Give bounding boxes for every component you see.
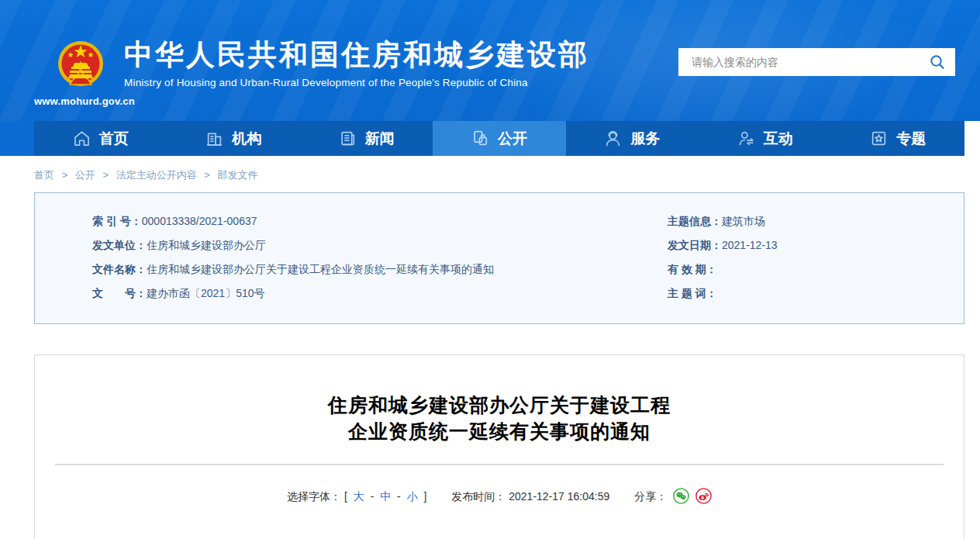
national-emblem-icon — [56, 36, 105, 95]
article-meta-row: 选择字体： [ 大 - 中 - 小 ] 发布时间： 2021-12-17 16:… — [35, 488, 964, 504]
search-box — [678, 48, 955, 76]
breadcrumb: 首页 > 公开 > 法定主动公开内容 > 部发文件 — [34, 168, 980, 182]
breadcrumb-item-disclosure[interactable]: 公开 — [75, 169, 95, 181]
font-size-medium-link[interactable]: 中 — [380, 490, 391, 503]
nav-item-label: 新闻 — [365, 129, 395, 149]
publish-time-label: 发布时间： — [451, 490, 506, 503]
article-panel: 住房和城乡建设部办公厅关于建设工程 企业资质统一延续有关事项的通知 选择字体： … — [34, 354, 964, 539]
info-label: 文件名称： — [92, 261, 147, 277]
info-row-document-number: 文 号： 建办市函〔2021〕510号 — [92, 285, 644, 301]
breadcrumb-separator: > — [102, 169, 109, 181]
publish-time-value: 2021-12-17 16:04:59 — [509, 490, 609, 503]
article-title: 住房和城乡建设部办公厅关于建设工程 企业资质统一延续有关事项的通知 — [35, 392, 964, 444]
home-icon — [73, 130, 91, 147]
info-label: 发文单位： — [92, 237, 147, 253]
nav-item-topics[interactable]: 专题 — [832, 121, 964, 156]
breadcrumb-separator: > — [62, 169, 68, 181]
info-label: 主 题 词： — [668, 285, 717, 301]
nav-item-label: 首页 — [99, 129, 129, 149]
nav-item-label: 公开 — [498, 129, 527, 149]
info-row-keywords: 主 题 词： — [668, 285, 940, 301]
search-input[interactable] — [678, 48, 920, 76]
info-label: 有 效 期： — [668, 261, 717, 277]
font-size-dash: - — [371, 490, 374, 503]
nav-item-news[interactable]: 新闻 — [300, 121, 433, 156]
article-title-line1: 住房和城乡建设部办公厅关于建设工程 — [35, 392, 964, 418]
nav-item-label: 服务 — [630, 129, 660, 149]
nav-item-organization[interactable]: 机构 — [167, 121, 299, 156]
share-group: 分享： — [634, 490, 712, 503]
info-label: 主题信息： — [668, 213, 722, 229]
nav-left-filler — [0, 121, 34, 156]
info-label: 索 引 号： — [92, 213, 142, 229]
breadcrumb-item-current: 部发文件 — [218, 169, 258, 181]
document-info-left-column: 索 引 号： 000013338/2021-00637 发文单位： 住房和城乡建… — [92, 213, 668, 309]
breadcrumb-separator: > — [204, 169, 210, 181]
info-label: 文 号： — [92, 285, 147, 301]
info-value: 建筑市场 — [722, 213, 765, 229]
service-icon — [604, 130, 622, 147]
font-size-dash: - — [397, 490, 401, 503]
info-row-index-number: 索 引 号： 000013338/2021-00637 — [92, 213, 644, 229]
nav-item-service[interactable]: 服务 — [566, 121, 699, 156]
info-row-issue-date: 发文日期： 2021-12-13 — [668, 237, 940, 253]
site-title-en: Ministry of Housing and Urban-Rural Deve… — [124, 77, 589, 88]
font-size-large-link[interactable]: 大 — [354, 490, 364, 503]
document-info-right-column: 主题信息： 建筑市场 发文日期： 2021-12-13 有 效 期： 主 题 词… — [668, 213, 940, 309]
info-label: 发文日期： — [668, 237, 722, 253]
article-title-divider — [55, 464, 944, 465]
font-size-chooser: 选择字体： [ 大 - 中 - 小 ] — [287, 490, 430, 503]
weibo-share-icon[interactable] — [695, 488, 712, 504]
info-row-issuing-unit: 发文单位： 住房和城乡建设部办公厅 — [92, 237, 644, 253]
nav-item-home[interactable]: 首页 — [34, 121, 167, 156]
font-size-small-link[interactable]: 小 — [407, 490, 418, 503]
bracket-open: [ — [344, 490, 347, 503]
wechat-share-icon[interactable] — [673, 488, 689, 504]
info-value: 住房和城乡建设部办公厅 — [147, 237, 266, 253]
share-label: 分享： — [634, 490, 667, 503]
info-value: 建办市函〔2021〕510号 — [147, 285, 265, 301]
info-value: 000013338/2021-00637 — [142, 213, 257, 229]
main-nav: 首页 机构 新闻 公开 — [34, 121, 964, 156]
topics-icon — [870, 130, 888, 147]
info-value: 住房和城乡建设部办公厅关于建设工程企业资质统一延续有关事项的通知 — [147, 261, 494, 277]
breadcrumb-item-home[interactable]: 首页 — [34, 169, 54, 181]
info-row-validity-period: 有 效 期： — [668, 261, 940, 277]
disclosure-icon — [471, 130, 489, 147]
nav-item-label: 专题 — [896, 129, 926, 149]
bracket-close: ] — [424, 490, 427, 503]
article-title-line2: 企业资质统一延续有关事项的通知 — [35, 418, 964, 444]
document-info-panel: 索 引 号： 000013338/2021-00637 发文单位： 住房和城乡建… — [34, 192, 964, 324]
search-button[interactable] — [920, 48, 955, 76]
nav-item-label: 机构 — [232, 129, 261, 149]
site-title-cn: 中华人民共和国住房和城乡建设部 — [124, 39, 589, 71]
info-row-document-name: 文件名称： 住房和城乡建设部办公厅关于建设工程企业资质统一延续有关事项的通知 — [92, 261, 644, 277]
main-nav-row: 首页 机构 新闻 公开 — [0, 121, 980, 156]
site-header: www.mohurd.gov.cn 中华人民共和国住房和城乡建设部 Minist… — [0, 0, 980, 121]
search-icon — [929, 54, 946, 71]
nav-item-disclosure[interactable]: 公开 — [433, 121, 565, 156]
interaction-icon — [737, 130, 755, 147]
news-icon — [339, 130, 357, 147]
font-size-label: 选择字体： — [287, 490, 341, 503]
organization-icon — [205, 130, 223, 147]
info-value: 2021-12-13 — [722, 237, 778, 253]
breadcrumb-item-statutory-content[interactable]: 法定主动公开内容 — [116, 169, 197, 181]
site-url: www.mohurd.gov.cn — [34, 95, 133, 107]
nav-item-interaction[interactable]: 互动 — [699, 121, 831, 156]
info-row-topic-info: 主题信息： 建筑市场 — [668, 213, 940, 229]
nav-item-label: 互动 — [764, 129, 793, 149]
publish-time-group: 发布时间： 2021-12-17 16:04:59 — [451, 490, 612, 503]
